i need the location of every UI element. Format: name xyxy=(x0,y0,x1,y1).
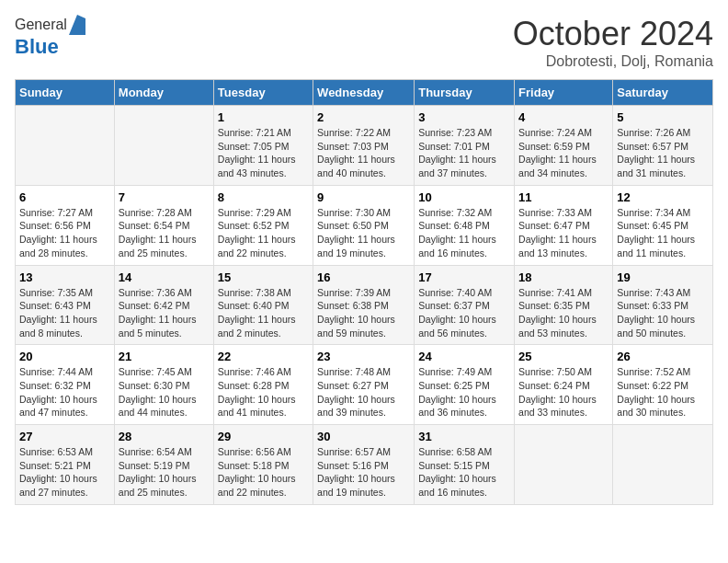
day-info: Sunrise: 7:48 AMSunset: 6:27 PMDaylight:… xyxy=(317,365,410,419)
day-info: Sunrise: 7:44 AMSunset: 6:32 PMDaylight:… xyxy=(19,365,110,419)
day-number: 12 xyxy=(617,190,709,204)
day-number: 28 xyxy=(119,430,210,443)
day-info: Sunrise: 7:35 AMSunset: 6:43 PMDaylight:… xyxy=(19,286,110,340)
day-number: 18 xyxy=(518,270,609,284)
calendar-cell: 7Sunrise: 7:28 AMSunset: 6:54 PMDaylight… xyxy=(114,185,213,265)
calendar-week-row: 1Sunrise: 7:21 AMSunset: 7:05 PMDaylight… xyxy=(16,106,713,186)
day-number: 17 xyxy=(418,270,510,284)
calendar-cell xyxy=(16,106,115,186)
day-number: 11 xyxy=(518,190,609,204)
day-info: Sunrise: 7:26 AMSunset: 6:57 PMDaylight:… xyxy=(617,126,709,180)
day-number: 23 xyxy=(317,350,410,363)
day-info: Sunrise: 6:56 AMSunset: 5:18 PMDaylight:… xyxy=(218,445,309,500)
day-info: Sunrise: 7:29 AMSunset: 6:52 PMDaylight:… xyxy=(218,206,309,260)
calendar-cell: 4Sunrise: 7:24 AMSunset: 6:59 PMDaylight… xyxy=(515,106,613,186)
day-info: Sunrise: 7:32 AMSunset: 6:48 PMDaylight:… xyxy=(418,206,510,260)
logo-general-text: General xyxy=(15,17,67,33)
day-info: Sunrise: 7:27 AMSunset: 6:56 PMDaylight:… xyxy=(19,206,110,260)
day-info: Sunrise: 7:41 AMSunset: 6:35 PMDaylight:… xyxy=(518,286,609,340)
day-info: Sunrise: 7:30 AMSunset: 6:50 PMDaylight:… xyxy=(317,206,410,260)
calendar-cell xyxy=(114,106,213,186)
calendar-cell: 27Sunrise: 6:53 AMSunset: 5:21 PMDayligh… xyxy=(16,425,115,505)
day-number: 20 xyxy=(19,350,110,363)
svg-marker-0 xyxy=(69,15,85,35)
day-number: 8 xyxy=(218,190,309,204)
day-number: 27 xyxy=(19,430,110,443)
day-number: 24 xyxy=(418,350,510,363)
day-number: 4 xyxy=(518,110,609,124)
month-title: October 2024 xyxy=(513,15,713,53)
day-info: Sunrise: 7:39 AMSunset: 6:38 PMDaylight:… xyxy=(317,286,410,340)
day-of-week-header: Sunday xyxy=(16,80,115,106)
location: Dobrotesti, Dolj, Romania xyxy=(513,53,713,70)
calendar-cell: 10Sunrise: 7:32 AMSunset: 6:48 PMDayligh… xyxy=(415,185,515,265)
day-info: Sunrise: 6:53 AMSunset: 5:21 PMDaylight:… xyxy=(19,445,110,500)
calendar-cell: 22Sunrise: 7:46 AMSunset: 6:28 PMDayligh… xyxy=(213,345,313,425)
day-number: 25 xyxy=(518,350,609,363)
calendar-cell: 5Sunrise: 7:26 AMSunset: 6:57 PMDaylight… xyxy=(613,106,713,186)
day-of-week-header: Thursday xyxy=(415,80,515,106)
calendar-week-row: 13Sunrise: 7:35 AMSunset: 6:43 PMDayligh… xyxy=(16,265,713,345)
day-info: Sunrise: 7:22 AMSunset: 7:03 PMDaylight:… xyxy=(317,126,410,180)
day-info: Sunrise: 7:21 AMSunset: 7:05 PMDaylight:… xyxy=(218,126,309,180)
day-info: Sunrise: 7:24 AMSunset: 6:59 PMDaylight:… xyxy=(518,126,609,180)
day-info: Sunrise: 7:34 AMSunset: 6:45 PMDaylight:… xyxy=(617,206,709,260)
day-number: 16 xyxy=(317,270,410,284)
page-header: General Blue October 2024 Dobrotesti, Do… xyxy=(15,15,713,70)
day-number: 21 xyxy=(119,350,210,363)
calendar-cell: 14Sunrise: 7:36 AMSunset: 6:42 PMDayligh… xyxy=(114,265,213,345)
calendar-cell: 23Sunrise: 7:48 AMSunset: 6:27 PMDayligh… xyxy=(313,345,415,425)
day-number: 13 xyxy=(19,270,110,284)
calendar-cell: 17Sunrise: 7:40 AMSunset: 6:37 PMDayligh… xyxy=(415,265,515,345)
day-info: Sunrise: 7:23 AMSunset: 7:01 PMDaylight:… xyxy=(418,126,510,180)
calendar-cell: 9Sunrise: 7:30 AMSunset: 6:50 PMDaylight… xyxy=(313,185,415,265)
day-of-week-header: Friday xyxy=(515,80,613,106)
day-info: Sunrise: 6:58 AMSunset: 5:15 PMDaylight:… xyxy=(418,445,510,500)
day-info: Sunrise: 7:28 AMSunset: 6:54 PMDaylight:… xyxy=(119,206,210,260)
day-of-week-header: Wednesday xyxy=(313,80,415,106)
day-number: 30 xyxy=(317,430,410,443)
calendar-cell: 2Sunrise: 7:22 AMSunset: 7:03 PMDaylight… xyxy=(313,106,415,186)
day-number: 1 xyxy=(218,110,309,124)
calendar-cell: 18Sunrise: 7:41 AMSunset: 6:35 PMDayligh… xyxy=(515,265,613,345)
day-info: Sunrise: 7:50 AMSunset: 6:24 PMDaylight:… xyxy=(518,365,609,419)
day-number: 9 xyxy=(317,190,410,204)
day-info: Sunrise: 6:57 AMSunset: 5:16 PMDaylight:… xyxy=(317,445,410,500)
calendar-cell: 1Sunrise: 7:21 AMSunset: 7:05 PMDaylight… xyxy=(213,106,313,186)
day-info: Sunrise: 7:45 AMSunset: 6:30 PMDaylight:… xyxy=(119,365,210,419)
calendar-cell: 29Sunrise: 6:56 AMSunset: 5:18 PMDayligh… xyxy=(213,425,313,505)
day-number: 15 xyxy=(218,270,309,284)
day-info: Sunrise: 7:33 AMSunset: 6:47 PMDaylight:… xyxy=(518,206,609,260)
day-of-week-header: Monday xyxy=(114,80,213,106)
calendar-cell xyxy=(613,425,713,505)
calendar-cell: 30Sunrise: 6:57 AMSunset: 5:16 PMDayligh… xyxy=(313,425,415,505)
calendar-cell: 16Sunrise: 7:39 AMSunset: 6:38 PMDayligh… xyxy=(313,265,415,345)
day-info: Sunrise: 7:46 AMSunset: 6:28 PMDaylight:… xyxy=(218,365,309,419)
day-info: Sunrise: 7:43 AMSunset: 6:33 PMDaylight:… xyxy=(617,286,709,340)
calendar-cell: 20Sunrise: 7:44 AMSunset: 6:32 PMDayligh… xyxy=(16,345,115,425)
day-number: 7 xyxy=(119,190,210,204)
title-block: October 2024 Dobrotesti, Dolj, Romania xyxy=(513,15,713,70)
day-number: 29 xyxy=(218,430,309,443)
calendar-cell xyxy=(515,425,613,505)
calendar-cell: 12Sunrise: 7:34 AMSunset: 6:45 PMDayligh… xyxy=(613,185,713,265)
calendar-cell: 28Sunrise: 6:54 AMSunset: 5:19 PMDayligh… xyxy=(114,425,213,505)
day-number: 6 xyxy=(19,190,110,204)
day-of-week-header: Tuesday xyxy=(213,80,313,106)
calendar-cell: 19Sunrise: 7:43 AMSunset: 6:33 PMDayligh… xyxy=(613,265,713,345)
logo: General Blue xyxy=(15,15,87,59)
calendar-cell: 6Sunrise: 7:27 AMSunset: 6:56 PMDaylight… xyxy=(16,185,115,265)
calendar-week-row: 20Sunrise: 7:44 AMSunset: 6:32 PMDayligh… xyxy=(16,345,713,425)
day-number: 10 xyxy=(418,190,510,204)
day-info: Sunrise: 7:38 AMSunset: 6:40 PMDaylight:… xyxy=(218,286,309,340)
logo-blue-text: Blue xyxy=(15,35,59,58)
day-number: 3 xyxy=(418,110,510,124)
day-number: 5 xyxy=(617,110,709,124)
day-number: 14 xyxy=(119,270,210,284)
day-info: Sunrise: 7:52 AMSunset: 6:22 PMDaylight:… xyxy=(617,365,709,419)
calendar-week-row: 27Sunrise: 6:53 AMSunset: 5:21 PMDayligh… xyxy=(16,425,713,505)
day-of-week-header: Saturday xyxy=(613,80,713,106)
calendar-cell: 25Sunrise: 7:50 AMSunset: 6:24 PMDayligh… xyxy=(515,345,613,425)
calendar-cell: 3Sunrise: 7:23 AMSunset: 7:01 PMDaylight… xyxy=(415,106,515,186)
logo-icon xyxy=(69,15,85,35)
